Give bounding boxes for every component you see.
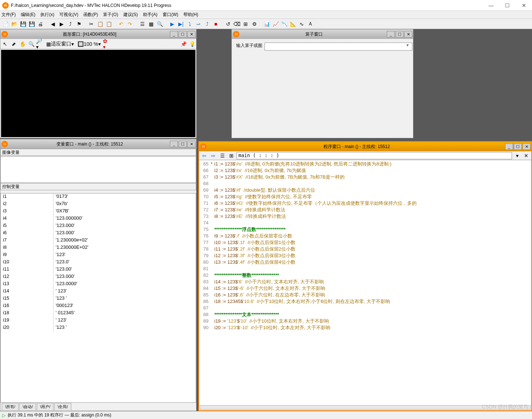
zoom-icon[interactable]: 🔍 [27,40,35,48]
table-row[interactable]: i6'123.000' [1,230,196,237]
table-row[interactable]: i5'123.000' [1,223,196,230]
redo-icon[interactable]: ↷ [126,20,134,28]
code-line[interactable]: 74 [200,220,531,226]
table-row[interactable]: i10'123.0' [1,259,196,266]
dropdown-icon[interactable]: ▾ [406,43,409,48]
panel-max-button[interactable]: ☐ [396,31,404,37]
tab-用户[interactable]: \用户/ [37,403,53,410]
proc-icon[interactable]: ☰ [218,152,226,160]
step-out-icon[interactable]: ⤴ [203,20,211,28]
window-icon[interactable]: ⊞ [242,20,250,28]
program-window-titlebar[interactable]: H 程序窗口 - main () - 主线程: 15512 _ ☐ ✕ [199,142,531,151]
code-line[interactable]: 82 ***************整数*************** [200,272,531,279]
code-line[interactable]: 86 i18 := 12345$'10.6' //小于10位时, 文本右对齐;小… [200,298,531,305]
code-line[interactable]: 80 i13 := 123$'.4f' //小数点后保留4位小数 [200,259,531,266]
panel-close-button[interactable]: ✕ [523,143,531,150]
table-row[interactable]: i8'1.230000E+02' [1,244,196,252]
step-into-icon[interactable]: ⤵ [186,20,194,28]
table-row[interactable]: i11'123.00' [1,266,196,274]
code-line[interactable]: 72 i7 := 123$'#e' //转换成科学计数法 [200,207,531,213]
panel-close-button[interactable]: ✕ [404,31,412,37]
cut-icon[interactable]: ✂ [87,20,95,28]
panel-close-button[interactable]: ✕ [187,31,195,37]
reset-icon[interactable]: ↺ [224,20,232,28]
table-row[interactable]: i13'123.0000' [1,281,196,288]
code-line[interactable]: 90 i20 := '123'$'-10' //小于10位时, 文本左对齐, 大… [200,324,531,331]
color-icon[interactable]: ✿ ▾ [103,40,111,48]
jump-icon[interactable]: ⤴ [66,20,74,28]
close-button[interactable]: ✕ [516,0,532,11]
step-over-icon[interactable]: ⤻ [194,20,202,28]
operator-input[interactable] [265,43,412,51]
panel-max-button[interactable]: ☐ [179,31,187,37]
variable-window-titlebar[interactable]: H 变量窗口 - main () - 主线程: 15512 _ ☐ ✕ [0,139,196,149]
minimize-button[interactable]: — [483,0,499,11]
table-row[interactable]: i2'0x7b' [1,201,196,208]
settings-icon[interactable]: ⚙ [250,20,258,28]
code-line[interactable]: 81 [200,266,531,272]
chart1-icon[interactable]: 📊 [263,20,271,28]
table-row[interactable]: i3'0X7B' [1,208,196,215]
code-line[interactable]: 73 i8 := 123$'#E' //转换成科学计数法 [200,213,531,220]
new-icon[interactable]: 📄 [1,20,9,28]
panel-min-button[interactable]: _ [505,143,513,150]
stop-icon[interactable]: ■ [212,20,220,28]
code-line[interactable]: 78 i11 := 123$'.2f' //小数点后保留2位小数 [200,246,531,252]
graphics-canvas[interactable] [1,50,195,137]
forward-icon[interactable]: ⇨ [209,152,217,160]
code-line[interactable]: 67 i3 := 123$'#X' //16进制, 0x为前缀, 7B为赋值, … [200,174,531,180]
code-line[interactable]: 68 [200,180,531,187]
chart2-icon[interactable]: 📈 [271,20,279,28]
menu-item[interactable]: 助手(A) [143,12,158,18]
hand-icon[interactable]: ✋ [19,40,27,48]
panel-min-button[interactable]: _ [387,31,395,37]
text-icon[interactable]: Ａ [306,20,314,28]
code-line[interactable]: 87 [200,305,531,311]
panel-max-button[interactable]: ☐ [179,141,187,147]
bulb-icon[interactable]: 💡 [188,40,196,48]
tab-所有[interactable]: \所有/ [2,403,19,410]
panel-min-button[interactable]: _ [170,31,178,37]
code-line[interactable]: 79 i12 := 123$'.3f' //小数点后保留3位小数 [200,252,531,259]
panel-max-button[interactable]: ☐ [514,143,522,150]
code-line[interactable]: 77 i10 := 123$'.1f' //小数点后保留1位小数 [200,239,531,246]
graphics-window-titlebar[interactable]: H 图形窗口: [H14D0453E450] _ ☐ ✕ [0,29,196,39]
table-row[interactable]: i20'123 ' [1,324,196,332]
measure-icon[interactable]: 📐 [289,20,297,28]
menu-item[interactable]: 执行(x) [40,12,54,18]
next-icon[interactable]: ▶ [57,20,65,28]
menu-item[interactable]: 可视化(V) [59,12,78,18]
code-line[interactable]: 71 i6 := 123$'#G' //使数字始终保持六位, 不足布零（个人认为… [200,200,531,207]
print-icon[interactable]: 🖨 [36,20,44,28]
code-line[interactable]: 88 ***************文本*************** [200,311,531,318]
code-line[interactable]: 83 i14 := 123$'6' //小于六位时, 文本右对齐, 大于不影响 [200,279,531,285]
tab-全局[interactable]: \全局/ [54,403,71,410]
menu-item[interactable]: 算子(O) [103,12,118,18]
bookmark-icon[interactable]: ⚑ [75,20,83,28]
find-icon[interactable]: 🔍 [156,20,164,28]
image-vars-area[interactable] [0,156,196,183]
menu-item[interactable]: 建议(S) [123,12,138,18]
maximize-button[interactable]: ☐ [499,0,516,11]
tab-自动[interactable]: \自动/ [19,403,36,410]
table-row[interactable]: i19' 123' [1,317,196,324]
menu-item[interactable]: 帮助(H) [183,12,198,18]
histogram-icon[interactable]: 📉 [280,20,288,28]
table-row[interactable]: i18' 012345' [1,310,196,317]
menu-item[interactable]: 编辑(E) [21,12,35,18]
run-icon[interactable]: ▶ [168,20,176,28]
code-line[interactable]: 76 i9 := 123$'.f' //小数点后保留零位小数 [200,233,531,239]
tree-icon[interactable]: ⊞ [227,152,235,160]
table-row[interactable]: i4'123.000000' [1,215,196,223]
table-row[interactable]: i9'123' [1,252,196,259]
save-all-icon[interactable]: 💾 [28,20,36,28]
table-row[interactable]: i7'1.230000e+02' [1,237,196,244]
horizontal-scrollbar[interactable] [200,405,531,410]
pointer-icon[interactable]: ↖ [1,40,9,48]
open-icon[interactable]: 📂 [10,20,18,28]
prev-icon[interactable]: ◀ [49,20,57,28]
copy-icon[interactable]: 📋 [96,20,104,28]
dropdown-icon[interactable]: ▾ [513,152,521,160]
back-icon[interactable]: ⇦ [200,152,208,160]
clear-icon[interactable]: ⌫ [233,20,241,28]
